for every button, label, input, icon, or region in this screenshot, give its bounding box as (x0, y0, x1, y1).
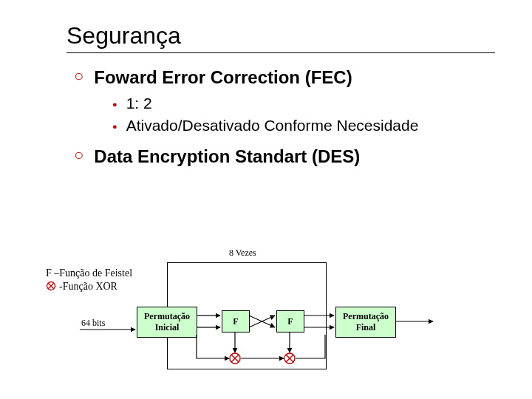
open-circle-icon: ○ (74, 146, 83, 165)
bullet-des: ○ Data Encryption Standart (DES) (74, 146, 495, 168)
fec-item-1-text: Ativado/Desativado Conforme Necesidade (126, 115, 419, 136)
bullet-fec-item-0: ● 1: 2 (112, 93, 495, 114)
des-heading: Data Encryption Standart (DES) (94, 146, 360, 168)
title-rule (66, 52, 495, 53)
disc-icon: ● (112, 100, 117, 109)
fec-item-0-text: 1: 2 (126, 93, 152, 114)
bullet-fec: ○ Foward Error Correction (FEC) (74, 66, 495, 89)
bullet-fec-item-1: ● Ativado/Desativado Conforme Necesidade (112, 115, 495, 136)
disc-icon: ● (112, 122, 117, 131)
slide-title: Segurança (66, 22, 495, 50)
open-circle-icon: ○ (74, 66, 83, 86)
fec-heading: Foward Error Correction (FEC) (94, 66, 352, 89)
des-diagram: 8 Vezes F –Função de Feistel -Função XOR… (0, 248, 532, 395)
diagram-wires (0, 248, 532, 395)
